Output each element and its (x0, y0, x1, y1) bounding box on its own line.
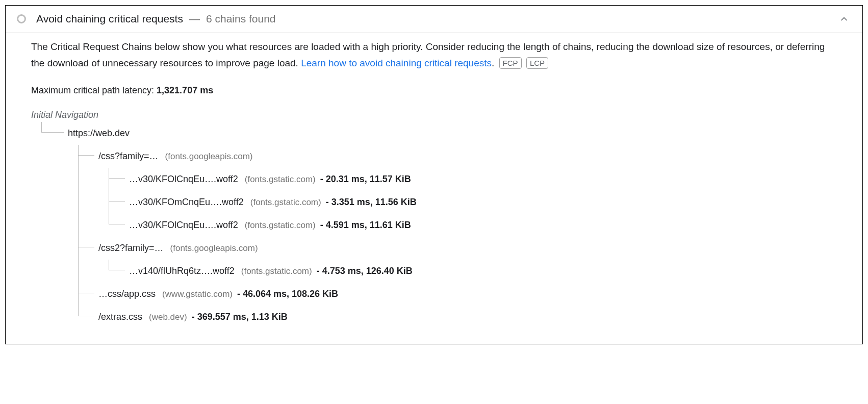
learn-more-link[interactable]: Learn how to avoid chaining critical req… (301, 58, 492, 68)
chevron-up-icon[interactable] (838, 13, 850, 25)
node-host: (fonts.gstatic.com) (241, 266, 312, 276)
node-stats: - 3.351 ms, 11.56 KiB (326, 197, 417, 207)
metric-badge-lcp: LCP (526, 57, 548, 69)
tree-node: /css?family=… (fonts.googleapis.com) …v3… (68, 145, 837, 237)
audit-description: The Critical Request Chains below show y… (31, 39, 837, 72)
tree-node: …css/app.css (www.gstatic.com) - 46.064 … (68, 283, 837, 306)
period: . (492, 58, 494, 68)
dash-separator: — (189, 13, 200, 25)
audit-body: The Critical Request Chains below show y… (6, 33, 862, 344)
request-chain-tree: Initial Navigation https://web.dev /css?… (31, 108, 837, 329)
node-host: (fonts.gstatic.com) (250, 197, 321, 207)
node-stats: - 369.557 ms, 1.13 KiB (192, 312, 288, 322)
audit-count: 6 chains found (206, 13, 276, 25)
node-stats: - 20.31 ms, 11.57 KiB (320, 174, 411, 184)
node-url: /css2?family=… (98, 243, 164, 253)
node-host: (fonts.googleapis.com) (165, 152, 253, 161)
node-url: …css/app.css (98, 289, 156, 299)
tree-node: …v30/KFOlCnqEu….woff2 (fonts.gstatic.com… (98, 168, 837, 191)
node-host: (fonts.googleapis.com) (170, 243, 258, 253)
node-host: (www.gstatic.com) (162, 289, 233, 299)
metric-badge-fcp: FCP (499, 57, 522, 69)
node-url: …v30/KFOlCnqEu….woff2 (129, 220, 238, 230)
tree-node: …v30/KFOlCnqEu….woff2 (fonts.gstatic.com… (98, 214, 837, 237)
node-stats: - 4.753 ms, 126.40 KiB (317, 266, 413, 276)
tree-node: …v140/flUhRq6tz….woff2 (fonts.gstatic.co… (98, 260, 837, 283)
latency-label: Maximum critical path latency: (31, 85, 157, 95)
latency-value: 1,321.707 ms (157, 85, 213, 95)
max-latency: Maximum critical path latency: 1,321.707… (31, 85, 837, 96)
node-stats: - 46.064 ms, 108.26 KiB (237, 289, 338, 299)
node-url: …v30/KFOlCnqEu….woff2 (129, 174, 238, 184)
initial-navigation-label: Initial Navigation (31, 108, 837, 122)
node-url: …v140/flUhRq6tz….woff2 (129, 266, 235, 276)
tree-node: …v30/KFOmCnqEu….woff2 (fonts.gstatic.com… (98, 191, 837, 214)
node-url: /extras.css (98, 312, 142, 322)
tree-node: /css2?family=… (fonts.googleapis.com) …v… (68, 237, 837, 283)
audit-title: Avoid chaining critical requests (36, 13, 183, 25)
node-host: (web.dev) (149, 312, 187, 322)
node-stats: - 4.591 ms, 11.61 KiB (320, 220, 411, 230)
node-host: (fonts.gstatic.com) (245, 174, 316, 184)
status-circle-icon (17, 14, 26, 23)
audit-card: Avoid chaining critical requests — 6 cha… (5, 5, 863, 344)
node-url: /css?family=… (98, 151, 159, 161)
audit-header[interactable]: Avoid chaining critical requests — 6 cha… (6, 6, 862, 33)
node-url: …v30/KFOmCnqEu….woff2 (129, 197, 244, 207)
node-url: https://web.dev (68, 128, 130, 138)
node-host: (fonts.gstatic.com) (245, 220, 316, 230)
tree-root-node: https://web.dev /css?family=… (fonts.goo… (31, 122, 837, 329)
tree-node: /extras.css (web.dev) - 369.557 ms, 1.13… (68, 306, 837, 329)
